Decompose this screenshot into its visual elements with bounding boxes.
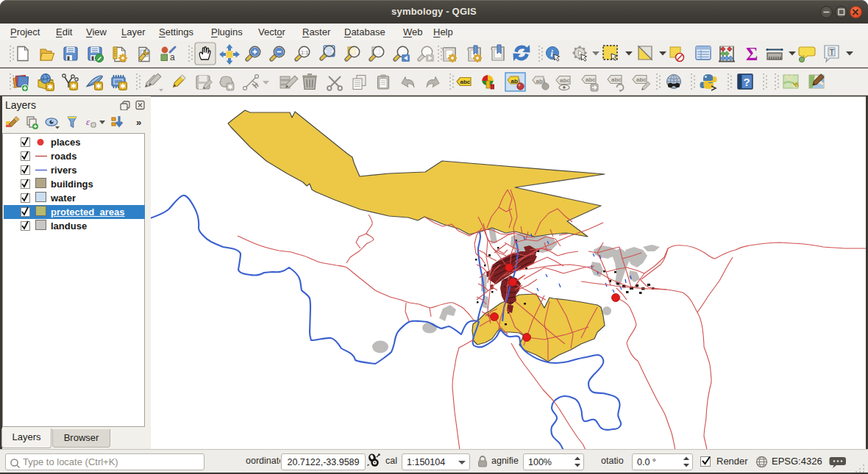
svg-text:1:1: 1:1	[301, 49, 308, 56]
svg-text:»: »	[136, 117, 141, 128]
svg-text:ε: ε	[86, 116, 90, 127]
svg-text:T: T	[830, 48, 835, 57]
svg-text:ab: ab	[511, 78, 518, 85]
svg-text:a: a	[170, 52, 175, 62]
svg-text:?: ?	[744, 76, 750, 88]
svg-text:Σ: Σ	[746, 44, 758, 64]
svg-text:ab: ab	[536, 78, 543, 85]
svg-text:abc: abc	[460, 79, 471, 85]
